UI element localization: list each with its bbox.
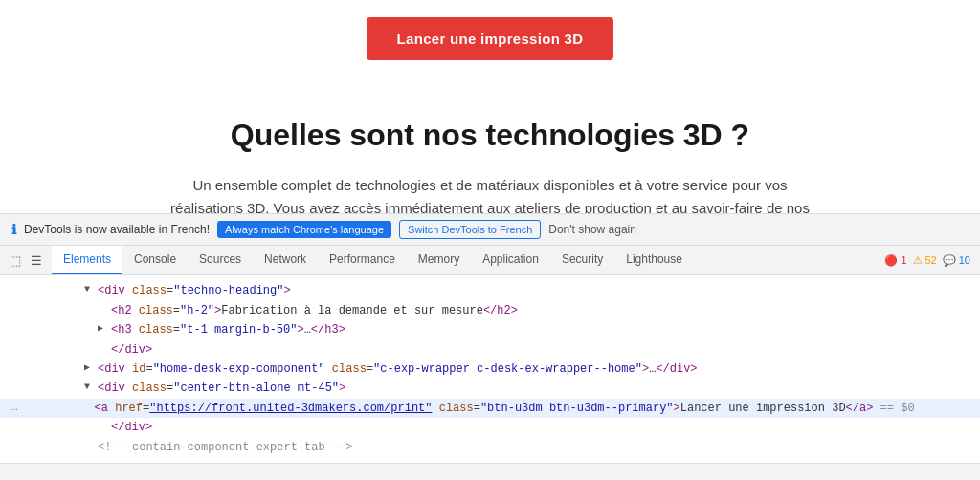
print-3d-button[interactable]: Lancer une impression 3D xyxy=(367,17,614,60)
arrow-icon: ▼ xyxy=(84,281,98,297)
arrow-icon: ▶ xyxy=(84,360,98,376)
phone-icon[interactable]: ☰ xyxy=(29,248,44,273)
main-content: Lancer une impression 3D Quelles sont no… xyxy=(0,0,980,213)
heading-section: Quelles sont nos technologies 3D ? Un en… xyxy=(69,89,911,213)
arrow-icon xyxy=(84,438,98,454)
code-line-4: </div> xyxy=(0,340,980,360)
devtools-bottom-bar xyxy=(0,463,980,480)
tab-sources[interactable]: Sources xyxy=(188,246,253,274)
info-icon: ℹ xyxy=(11,222,16,237)
ellipsis: … xyxy=(8,399,18,417)
error-badge: 🔴 1 xyxy=(884,254,906,267)
tab-elements[interactable]: Elements xyxy=(52,246,122,274)
info-badge: 💬 10 xyxy=(943,254,970,267)
code-line-1: ▼ <div class="techno-heading"> xyxy=(0,281,980,300)
arrow-icon: ▶ xyxy=(98,320,111,337)
tab-performance[interactable]: Performance xyxy=(318,246,407,274)
top-button-area: Lancer une impression 3D xyxy=(0,0,980,89)
tab-security[interactable]: Security xyxy=(550,246,614,274)
notification-text: DevTools is now available in French! xyxy=(24,223,210,236)
code-line-6: ▼ <div class="center-btn-alone mt-45"> xyxy=(0,379,980,398)
devtools-code-panel: ▼ <div class="techno-heading"> <h2 class… xyxy=(0,275,980,463)
devtools-tools: ⬚ ☰ xyxy=(4,248,52,273)
match-language-button[interactable]: Always match Chrome's language xyxy=(217,221,391,238)
devtools-notification-bar: ℹ DevTools is now available in French! A… xyxy=(0,213,980,245)
switch-devtools-button[interactable]: Switch DevTools to French xyxy=(399,220,541,239)
code-line-2: <h2 class="h-2">Fabrication à la demande… xyxy=(0,301,980,320)
cursor-icon[interactable]: ⬚ xyxy=(8,248,23,273)
code-line-7-selected[interactable]: … <a href="https://front.united-3dmakers… xyxy=(0,399,980,418)
devtools-panel: ⬚ ☰ Elements Console Sources Network Per… xyxy=(0,245,980,480)
sub-text: Un ensemble complet de technologies et d… xyxy=(165,174,815,213)
tab-network[interactable]: Network xyxy=(253,246,318,274)
devtools-tabs-bar: ⬚ ☰ Elements Console Sources Network Per… xyxy=(0,246,980,275)
warning-badge: ⚠ 52 xyxy=(913,254,937,267)
code-line-8: </div> xyxy=(0,418,980,437)
devtools-badges: 🔴 1 ⚠ 52 💬 10 xyxy=(884,254,976,267)
arrow-icon xyxy=(81,399,95,415)
tab-application[interactable]: Application xyxy=(471,246,550,274)
tab-lighthouse[interactable]: Lighthouse xyxy=(614,246,694,274)
code-line-3: ▶ <h3 class="t-1 margin-b-50">…</h3> xyxy=(0,320,980,339)
dont-show-button[interactable]: Don't show again xyxy=(548,223,636,236)
arrow-icon: ▼ xyxy=(84,379,98,395)
arrow-icon xyxy=(98,340,111,357)
tab-memory[interactable]: Memory xyxy=(407,246,471,274)
arrow-icon xyxy=(98,418,111,434)
arrow-icon xyxy=(98,301,111,317)
tab-console[interactable]: Console xyxy=(122,246,188,274)
code-line-9: <!-- contain-component-expert-tab --> xyxy=(0,438,980,457)
code-line-5: ▶ <div id="home-desk-exp-component" clas… xyxy=(0,360,980,379)
main-heading: Quelles sont nos technologies 3D ? xyxy=(165,118,815,153)
